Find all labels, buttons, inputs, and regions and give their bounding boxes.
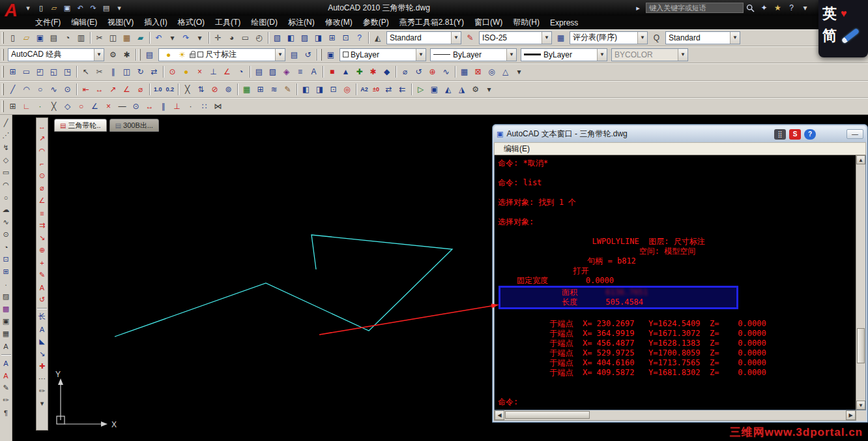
snap-center-icon[interactable]: ○ xyxy=(74,100,88,113)
spline-tool2-icon[interactable]: ∿ xyxy=(47,83,61,96)
save-icon[interactable]: ▣ xyxy=(33,31,47,44)
color-combo[interactable]: ByLayer▼ xyxy=(340,48,426,61)
dim-continue-icon[interactable]: ⇉ xyxy=(36,219,48,232)
text-red-a-icon[interactable]: A xyxy=(0,369,12,382)
run-icon[interactable]: ▷ xyxy=(414,83,427,96)
osnap-intersection-icon[interactable]: × xyxy=(193,65,207,78)
current-color-swatch[interactable] xyxy=(343,52,349,57)
rotate-icon[interactable]: ↻ xyxy=(134,65,147,78)
snap-nearest-icon[interactable]: — xyxy=(115,100,129,113)
horizontal-scroll-thumb[interactable] xyxy=(505,411,590,419)
ucs-tool-icon[interactable]: ◭ xyxy=(441,83,455,96)
linetype-scale-02-button[interactable]: 0.2 xyxy=(164,83,177,96)
text-style-combo[interactable]: Standard▼ xyxy=(386,31,461,44)
menu-item[interactable]: 工具(T) xyxy=(210,16,246,29)
hatch-tool-icon[interactable]: ▨ xyxy=(266,65,280,78)
dim-angular-icon[interactable]: ∠ xyxy=(36,194,48,207)
block-insert-icon[interactable]: ⊞ xyxy=(253,83,267,96)
line-tool-icon[interactable]: ╱ xyxy=(0,117,12,129)
menu-item[interactable]: 窗口(W) xyxy=(469,16,508,29)
pick-icon[interactable]: ↖ xyxy=(79,65,93,78)
break-icon[interactable]: ⊘ xyxy=(208,83,222,96)
dim-linear-tool-icon[interactable]: ⇤ xyxy=(79,83,93,96)
communication-center-icon[interactable]: ✦ xyxy=(757,1,771,14)
quickcalc-icon[interactable]: ⊡ xyxy=(339,31,353,44)
toolbar-grip[interactable] xyxy=(139,49,141,61)
redo-dropdown-icon[interactable]: ▾ xyxy=(193,31,207,44)
point-icon[interactable]: ∙ xyxy=(0,278,12,290)
zoom-window-icon[interactable]: ▭ xyxy=(239,31,252,44)
paste-icon[interactable]: ▦ xyxy=(120,31,134,44)
vertical-scroll-thumb[interactable] xyxy=(857,328,865,363)
delete-tool-icon[interactable]: ⊠ xyxy=(471,65,485,78)
mtext-icon[interactable]: A xyxy=(0,340,12,352)
vertical-scrollbar[interactable]: ▲ ▼ xyxy=(856,155,865,410)
dim-center-mark-icon[interactable]: + xyxy=(36,256,48,269)
erase-icon[interactable]: ╳ xyxy=(181,83,194,96)
more-col-icon[interactable]: ⋯ xyxy=(36,373,48,385)
text-window[interactable]: ▣ AutoCAD 文本窗口 - 三角带轮.dwg ⣿ S ? — 编辑(E) … xyxy=(492,124,868,423)
snap-tangent-icon[interactable]: ⊙ xyxy=(129,100,143,113)
diamond-tool-icon[interactable]: ◆ xyxy=(380,65,394,78)
toolbar-grip[interactable] xyxy=(2,100,4,112)
text-a-icon[interactable]: A xyxy=(0,357,12,369)
toolbar-grip[interactable] xyxy=(2,49,4,61)
align-left-icon[interactable]: ⇇ xyxy=(396,83,409,96)
array-rect-icon[interactable]: ▦ xyxy=(240,83,253,96)
ime-charset-label[interactable]: 简 xyxy=(822,26,837,46)
drawing-polyline[interactable] xyxy=(115,235,452,337)
construction-line-icon[interactable]: ⋰ xyxy=(0,129,12,142)
match-properties-icon[interactable]: ▰ xyxy=(134,31,147,44)
arc-edit-icon[interactable]: ◠ xyxy=(20,83,33,96)
menu-item[interactable]: 燕秀工具箱2.81(Y) xyxy=(394,16,469,29)
qat-open-icon[interactable]: ▱ xyxy=(48,2,60,14)
match-layer-icon[interactable]: ≋ xyxy=(267,83,281,96)
open-icon[interactable]: ▱ xyxy=(20,31,33,44)
dim-aligned-icon[interactable]: ↗ xyxy=(36,132,48,145)
properties-icon[interactable]: ▧ xyxy=(270,31,284,44)
qat-new-icon[interactable]: ▯ xyxy=(35,2,47,14)
table-style-dialog-icon[interactable]: ▦ xyxy=(554,31,568,44)
text-window-minimize-button[interactable]: — xyxy=(846,129,863,139)
layer-properties-icon[interactable]: ▤ xyxy=(143,48,156,61)
workspace-combo[interactable]: AutoCAD 经典▼ xyxy=(8,48,104,61)
search-input[interactable] xyxy=(646,3,744,13)
viewport-right-icon[interactable]: ◨ xyxy=(313,83,326,96)
dim-text-edit-icon[interactable]: A xyxy=(36,281,48,294)
menu-item[interactable]: 标注(N) xyxy=(283,16,320,29)
scroll-down-button[interactable]: ▼ xyxy=(856,401,865,410)
flyout-icon[interactable]: ▾ xyxy=(36,397,48,410)
table-icon[interactable]: ▦ xyxy=(0,327,12,340)
osnap-center-icon[interactable]: ⊙ xyxy=(166,65,179,78)
snap-midpoint-icon[interactable]: ∙ xyxy=(33,100,47,113)
plot-icon[interactable]: ▤ xyxy=(47,31,61,44)
ellipse-arc-icon[interactable]: ◔ xyxy=(0,241,12,253)
snap-extension-icon[interactable]: ↔ xyxy=(143,100,156,113)
cut-icon[interactable]: ✂ xyxy=(93,31,106,44)
toolbar-grip[interactable] xyxy=(2,84,4,95)
rectangle-icon[interactable]: ▭ xyxy=(0,166,12,179)
osnap-angle-icon[interactable]: ∠ xyxy=(220,65,234,78)
dim-radius-icon[interactable]: ⊙ xyxy=(36,170,48,182)
snap-grid-icon[interactable]: ∷ xyxy=(197,100,211,113)
more-tools-icon[interactable]: ▾ xyxy=(512,65,526,78)
tolerance-tool-icon[interactable]: ⊕ xyxy=(426,65,439,78)
osnap-tangent-icon[interactable]: ◔ xyxy=(234,65,248,78)
menu-item[interactable]: 修改(M) xyxy=(320,16,358,29)
measure-length-icon[interactable]: 长 xyxy=(36,311,48,323)
dim-angular-tool-icon[interactable]: ∠ xyxy=(120,83,134,96)
undo-dropdown-icon[interactable]: ▾ xyxy=(166,31,179,44)
note-icon[interactable]: ✏ xyxy=(36,385,48,397)
layer-previous-icon[interactable]: ↺ xyxy=(301,48,315,61)
bylayer-linetype-sample[interactable] xyxy=(433,54,450,55)
text-style-icon[interactable]: ◭ xyxy=(371,31,384,44)
layer-bulb-icon[interactable]: ● xyxy=(162,48,175,61)
workspace-settings-icon[interactable]: ⚙ xyxy=(106,48,120,61)
snap-apparent-int-icon[interactable]: ╳ xyxy=(47,100,61,113)
ellipse-icon[interactable]: ⊙ xyxy=(0,228,12,241)
region-icon[interactable]: ▣ xyxy=(0,315,12,327)
menu-item[interactable]: 文件(F) xyxy=(30,16,66,29)
osnap-node-icon[interactable]: ● xyxy=(179,65,193,78)
qat-undo-icon[interactable]: ↶ xyxy=(74,2,86,14)
spline-icon[interactable]: ∿ xyxy=(0,216,12,228)
